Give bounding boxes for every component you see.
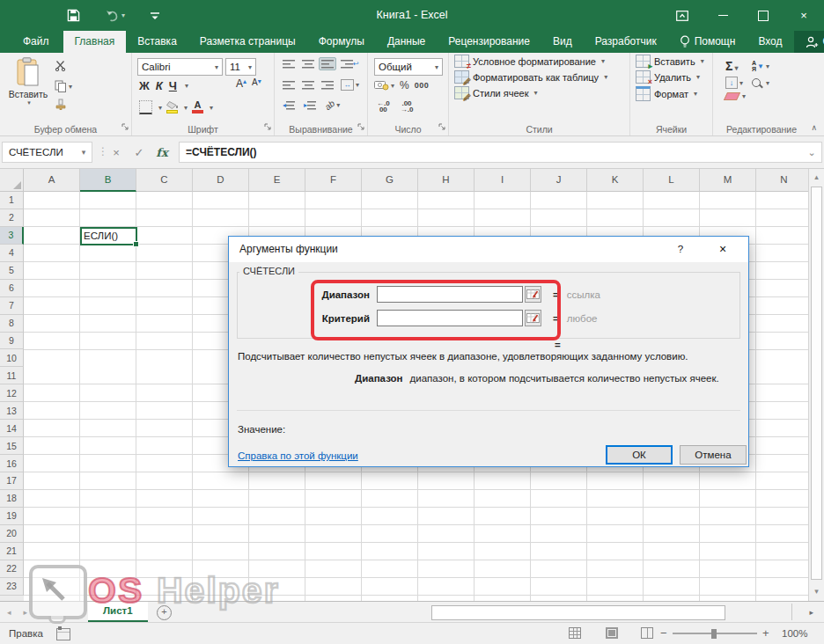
accounting-format-icon[interactable]: ▾: [374, 80, 394, 91]
name-box[interactable]: СЧЁТЕСЛИ ▾: [2, 142, 92, 163]
row-header[interactable]: 9: [0, 333, 24, 350]
enter-entry-button[interactable]: ✓: [129, 142, 150, 163]
zoom-level[interactable]: 100%: [782, 623, 807, 644]
dialog-title-bar[interactable]: Аргументы функции ? ×: [229, 237, 748, 262]
argument-input[interactable]: [377, 286, 523, 303]
normal-view-icon[interactable]: [569, 627, 581, 639]
fill-button[interactable]: ↓▾: [725, 77, 752, 89]
dialog-close-button[interactable]: ×: [710, 237, 736, 262]
page-break-view-icon[interactable]: [641, 627, 653, 639]
tab-signin[interactable]: Вход: [747, 31, 793, 53]
minimize-button[interactable]: [703, 0, 743, 31]
alignment-dialog-launcher-icon[interactable]: [357, 121, 365, 134]
align-left-icon[interactable]: [280, 78, 298, 91]
decrease-indent-icon[interactable]: ◂: [280, 99, 298, 112]
argument-input[interactable]: [377, 310, 523, 326]
column-header[interactable]: C: [136, 169, 193, 192]
maximize-button[interactable]: [743, 0, 784, 31]
row-header[interactable]: 2: [0, 209, 24, 227]
find-select-button[interactable]: ▾: [752, 77, 778, 89]
row-header[interactable]: 7: [0, 297, 24, 315]
increase-indent-icon[interactable]: ▸: [301, 99, 319, 112]
row-header[interactable]: 23: [0, 578, 24, 596]
format-painter-icon[interactable]: [55, 99, 72, 113]
ribbon-tab[interactable]: Главная: [63, 31, 127, 53]
column-header[interactable]: F: [305, 169, 362, 192]
grow-font-button[interactable]: А▴: [236, 77, 246, 90]
cancel-entry-button[interactable]: ×: [106, 142, 127, 163]
row-header[interactable]: 22: [0, 560, 24, 578]
column-header[interactable]: D: [193, 169, 249, 192]
column-header[interactable]: I: [475, 169, 531, 192]
cut-icon[interactable]: [55, 60, 72, 74]
row-header[interactable]: 11: [0, 367, 24, 384]
horizontal-scroll-thumb[interactable]: [431, 605, 725, 620]
decrease-decimal-icon[interactable]: .00→.0: [401, 100, 414, 113]
select-all-corner[interactable]: [0, 169, 24, 192]
format-as-table-button[interactable]: 🖉 Форматировать как таблицу▾: [454, 70, 629, 84]
comma-style-icon[interactable]: 000: [415, 81, 430, 90]
fill-color-icon[interactable]: [166, 101, 178, 113]
function-help-link[interactable]: Справка по этой функции: [238, 450, 358, 461]
customize-qat-icon[interactable]: [150, 11, 160, 21]
format-cells-button[interactable]: Формат▾: [636, 86, 712, 101]
expand-formula-bar-icon[interactable]: ⌄: [802, 147, 821, 158]
row-header[interactable]: 1: [0, 192, 24, 209]
page-layout-view-icon[interactable]: [606, 627, 618, 639]
ok-button[interactable]: ОК: [606, 445, 673, 465]
increase-decimal-icon[interactable]: ←.000: [377, 100, 390, 113]
number-dialog-launcher-icon[interactable]: [438, 121, 446, 134]
italic-button[interactable]: К: [156, 79, 163, 92]
bold-button[interactable]: Ж: [139, 79, 150, 92]
row-header[interactable]: 16: [0, 455, 24, 472]
align-center-icon[interactable]: [299, 78, 317, 91]
orientation-icon[interactable]: ab▾: [322, 99, 342, 112]
sort-filter-button[interactable]: АЯ ▼ ▾: [752, 59, 778, 73]
column-header[interactable]: B: [80, 169, 136, 192]
ribbon-tab[interactable]: Вставка: [126, 31, 188, 53]
undo-icon[interactable]: ▾: [105, 10, 125, 22]
row-header[interactable]: 20: [0, 525, 24, 543]
conditional-formatting-button[interactable]: ≠ Условное форматирование▾: [454, 55, 629, 68]
ribbon-tab[interactable]: Формулы: [307, 31, 376, 53]
row-header[interactable]: 8: [0, 315, 24, 333]
align-middle-icon[interactable]: [299, 57, 317, 70]
underline-dropdown-icon[interactable]: ▾: [185, 82, 188, 90]
macro-record-icon[interactable]: [56, 628, 70, 640]
ribbon-tab[interactable]: Файл: [9, 31, 63, 53]
zoom-slider-thumb[interactable]: [711, 629, 717, 639]
shrink-font-button[interactable]: А▾: [252, 77, 261, 90]
borders-icon[interactable]: [139, 100, 152, 114]
close-button[interactable]: ×: [784, 0, 824, 31]
new-sheet-button[interactable]: +: [157, 605, 172, 620]
tab-share[interactable]: Общий доступ: [794, 31, 824, 53]
row-header[interactable]: 12: [0, 384, 24, 402]
column-header[interactable]: L: [644, 169, 700, 192]
save-icon[interactable]: [67, 9, 80, 22]
zoom-in-button[interactable]: +: [762, 626, 769, 640]
wrap-text-icon[interactable]: ↩: [338, 57, 362, 70]
font-dialog-launcher-icon[interactable]: [264, 121, 272, 134]
underline-button[interactable]: Ч: [169, 79, 177, 92]
undo-dropdown-icon[interactable]: ▾: [121, 11, 125, 19]
column-header[interactable]: G: [362, 169, 418, 192]
dialog-help-button[interactable]: ?: [667, 237, 694, 262]
active-cell-B3[interactable]: ЕСЛИ(): [80, 227, 137, 245]
row-header[interactable]: 13: [0, 402, 24, 420]
align-right-icon[interactable]: [319, 78, 336, 91]
ribbon-tab[interactable]: Разметка страницы: [188, 31, 307, 53]
row-header[interactable]: 3: [0, 227, 24, 245]
copy-icon[interactable]: ▾: [55, 80, 72, 92]
column-header[interactable]: H: [418, 169, 475, 192]
collapse-ribbon-icon[interactable]: ∧: [811, 123, 817, 132]
paste-dropdown-icon[interactable]: ▾: [9, 99, 49, 106]
font-name-select[interactable]: Calibri▾: [137, 58, 223, 76]
sheet-prev-icon[interactable]: ◂: [7, 608, 11, 617]
scroll-up-icon[interactable]: ▴: [809, 169, 824, 185]
row-header[interactable]: 19: [0, 508, 24, 525]
insert-function-button[interactable]: fx: [151, 142, 173, 163]
autosum-button[interactable]: Σ▾: [725, 59, 752, 73]
row-header[interactable]: 6: [0, 280, 24, 297]
cell-styles-button[interactable]: 🖉 Стили ячеек▾: [454, 86, 629, 99]
vertical-scroll-thumb[interactable]: [811, 187, 822, 580]
